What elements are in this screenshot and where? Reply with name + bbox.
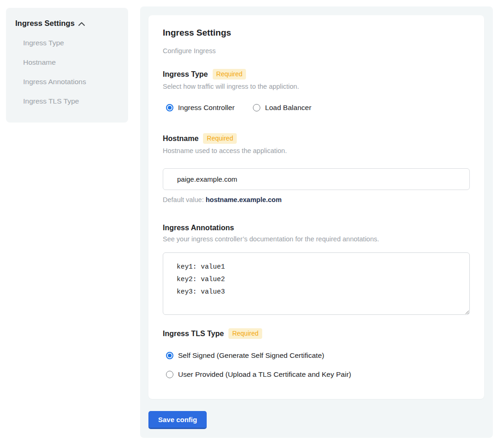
chevron-up-icon: [78, 22, 85, 26]
hostname-input[interactable]: [163, 168, 470, 190]
default-value-label: Default value:: [163, 196, 204, 203]
ingress-annotations-description: See your ingress controller’s documentat…: [163, 235, 470, 243]
ingress-annotations-label: Ingress Annotations: [163, 224, 234, 232]
radio-selected-icon: [166, 104, 173, 111]
ingress-settings-sidebar: Ingress Settings Ingress Type Hostname I…: [6, 8, 128, 123]
radio-user-provided[interactable]: User Provided (Upload a TLS Certificate …: [166, 370, 470, 379]
tls-type-radio-group: Self Signed (Generate Self Signed Certif…: [166, 351, 470, 379]
radio-unselected-icon: [166, 371, 173, 378]
page-subtitle: Configure Ingress: [163, 47, 470, 55]
radio-ingress-controller[interactable]: Ingress Controller: [166, 104, 234, 112]
ingress-type-label: Ingress Type: [163, 70, 208, 79]
save-config-button[interactable]: Save config: [148, 411, 207, 429]
radio-unselected-icon: [253, 104, 260, 111]
ingress-type-description: Select how traffic will ingress to the a…: [163, 83, 470, 90]
settings-main-panel: Ingress Settings Configure Ingress Ingre…: [140, 6, 493, 438]
hostname-description: Hostname used to access the application.: [163, 147, 470, 154]
ingress-settings-card: Ingress Settings Configure Ingress Ingre…: [148, 15, 484, 399]
hostname-section: Hostname Required Hostname used to acces…: [163, 133, 470, 203]
sidebar-item-ingress-annotations[interactable]: Ingress Annotations: [15, 77, 119, 86]
sidebar-item-ingress-type[interactable]: Ingress Type: [15, 38, 119, 47]
ingress-tls-type-label: Ingress TLS Type: [163, 330, 224, 338]
hostname-label: Hostname: [163, 135, 198, 143]
hostname-default-line: Default value: hostname.example.com: [163, 196, 470, 203]
ingress-type-radio-group: Ingress Controller Load Balancer: [166, 104, 470, 112]
ingress-tls-type-section: Ingress TLS Type Required Self Signed (G…: [163, 328, 470, 379]
ingress-annotations-textarea[interactable]: key1: value1 key2: value2 key3: value3: [163, 252, 470, 315]
sidebar-item-ingress-tls-type[interactable]: Ingress TLS Type: [15, 97, 119, 105]
sidebar-item-hostname[interactable]: Hostname: [15, 58, 119, 67]
required-badge: Required: [213, 69, 246, 80]
required-badge: Required: [203, 133, 237, 144]
radio-selected-icon: [166, 352, 173, 359]
ingress-type-section: Ingress Type Required Select how traffic…: [163, 69, 470, 112]
sidebar-section-toggle[interactable]: Ingress Settings: [15, 19, 119, 28]
sidebar-section-title: Ingress Settings: [15, 19, 74, 28]
radio-self-signed[interactable]: Self Signed (Generate Self Signed Certif…: [166, 351, 470, 360]
default-value-text: hostname.example.com: [206, 196, 282, 203]
page-title: Ingress Settings: [163, 28, 470, 38]
ingress-annotations-section: Ingress Annotations See your ingress con…: [163, 224, 470, 315]
required-badge: Required: [228, 328, 262, 339]
radio-load-balancer[interactable]: Load Balancer: [253, 104, 311, 112]
